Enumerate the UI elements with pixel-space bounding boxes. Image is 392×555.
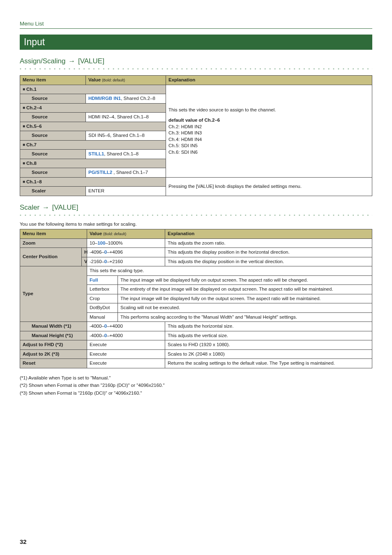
adjust-2k-expl: Scales to 2K (2048 x 1080): [165, 349, 372, 359]
type-manual-expl: This performs scaling according to the "…: [118, 312, 372, 322]
ch2-4-label: Ch.2–4: [26, 105, 42, 110]
zoom-val: 10–100–1000%: [87, 238, 165, 248]
cpos-h-expl: This adjusts the display position in the…: [165, 248, 372, 257]
cpos-v-val: -2160–0–+2160: [87, 257, 165, 266]
src2-label: Source: [20, 113, 86, 122]
manual-height-expl: This adjusts the vertical size.: [165, 331, 372, 340]
src1-label: Source: [20, 94, 86, 104]
expl-l5: Ch.3: HDMI IN3: [168, 130, 369, 136]
src3-label: Source: [20, 131, 86, 141]
subsection-scaler-b: [VALUE]: [52, 204, 78, 211]
type-label: Type: [20, 266, 87, 322]
adjust-fhd-val: Execute: [87, 340, 165, 350]
adjust-fhd-expl: Scales to FHD (1920 x 1080).: [165, 340, 372, 350]
manual-height-val: -4000–0–+4000: [87, 331, 165, 340]
src1-val: HDMI/RGB IN1, Shared Ch.2–8: [86, 94, 166, 104]
src2-val: HDMI IN2–4, Shared Ch.1–8: [86, 113, 166, 122]
scaler-val: ENTER: [86, 187, 166, 196]
square-icon: ■: [23, 105, 25, 111]
ch7-label: Ch.7: [26, 142, 37, 147]
cposh-a: -4096–: [90, 250, 104, 254]
type-crop: Crop: [87, 294, 118, 303]
reset-label: Reset: [20, 359, 87, 368]
cpos-label: Center Position: [20, 248, 82, 266]
reset-val: Execute: [87, 359, 165, 368]
src4-v1: STILL1: [88, 151, 104, 156]
row-ch1: ■Ch.1: [20, 85, 166, 94]
type-crop-expl: The input image will be displayed fully …: [118, 294, 372, 303]
cpos-v: V: [82, 257, 87, 266]
src5-v2: , Shared Ch.1–7: [112, 170, 148, 175]
manual-width-val: -4000–0–+4000: [87, 322, 165, 331]
square-icon: ■: [23, 123, 25, 129]
divider-dots: • • • • • • • • • • • • • • • • • • • • …: [20, 213, 372, 217]
src4-v2: , Shared Ch.1–8: [104, 151, 138, 156]
expl-l4: Ch.2: HDMI IN2: [168, 124, 369, 130]
subsection-assign-scaling: Assign/Scaling → [VALUE]: [20, 57, 372, 65]
manual-width-label: Manual Width (*1): [20, 322, 87, 331]
arrow-icon: →: [42, 204, 50, 211]
subsection-title-b: [VALUE]: [78, 57, 104, 65]
mh-a: -4000–: [90, 333, 104, 338]
square-icon: ■: [23, 179, 25, 185]
src1-v2: , Shared Ch.2–8: [121, 96, 155, 101]
type-letterbox: Letterbox: [87, 285, 118, 294]
type-full-expl: The input image will be displayed fully …: [118, 275, 372, 285]
expl-line-1: This sets the video source to assign to …: [168, 107, 369, 113]
adjust-2k-label: Adjust to 2K (*3): [20, 349, 87, 359]
src4-label: Source: [20, 150, 86, 159]
row-ch5-6: ■Ch.5–6: [20, 122, 166, 131]
reset-expl: Returns the scaling settings to the defa…: [165, 359, 372, 368]
square-icon: ■: [23, 86, 25, 92]
col-value: Value (Bold: default): [86, 76, 166, 85]
page-number: 32: [20, 538, 27, 545]
cpos-h-val: -4096–0–+4096: [87, 248, 165, 257]
col-explanation: Explanation: [165, 229, 372, 239]
src5-v1: PG/STILL2: [88, 170, 112, 175]
cpos-v-expl: This adjusts the display position in the…: [165, 257, 372, 266]
src5-val: PG/STILL2 , Shared Ch.1–7: [86, 168, 166, 178]
footnote-1: (*1) Available when Type is set to "Manu…: [20, 374, 372, 382]
zoom-va: 10–: [90, 240, 97, 245]
scaler-table: Menu item Value (Bold: default) Explanat…: [20, 229, 372, 368]
square-icon: ■: [23, 160, 25, 166]
footnote-2: (*2) Shown when Format is other than "21…: [20, 382, 372, 389]
expl-l7: Ch.5: SDI IN5: [168, 143, 369, 149]
ch1-label: Ch.1: [26, 87, 37, 92]
subsection-scaler: Scaler → [VALUE]: [20, 204, 372, 212]
row-ch8: ■Ch.8: [20, 159, 166, 168]
assign-table: Menu item Value (Bold: default) Explanat…: [20, 75, 372, 196]
menu-list-header: Menu List: [20, 21, 372, 29]
expl-line-3: default value of Ch.2–6: [168, 118, 220, 123]
type-letterbox-expl: The entirety of the input image will be …: [118, 285, 372, 294]
section-input: Input: [20, 35, 372, 50]
expl-l6: Ch.4: HDMI IN4: [168, 136, 369, 143]
subsection-title-a: Assign/Scaling: [20, 57, 66, 65]
cpos-h: H: [82, 248, 87, 257]
scaler-intro: You use the following items to make sett…: [20, 222, 372, 227]
manual-height-label: Manual Height (*1): [20, 331, 87, 340]
type-full: Full: [87, 275, 118, 285]
row-ch1-8: ■Ch.1–8: [20, 177, 166, 187]
src4-val: STILL1, Shared Ch.1–8: [86, 150, 166, 159]
col-menu-item: Menu item: [20, 76, 86, 85]
col-explanation: Explanation: [166, 76, 372, 85]
zoom-expl: This adjusts the zoom ratio.: [165, 238, 372, 248]
col-value-text: Value: [88, 77, 101, 82]
type-manual: Manual: [87, 312, 118, 322]
arrow-icon: →: [67, 57, 76, 65]
row-ch2-4: ■Ch.2–4: [20, 103, 166, 113]
src1-v1: HDMI/RGB IN1: [88, 96, 121, 101]
scaler-label: Scaler: [20, 187, 86, 196]
cposv-c: –+2160: [107, 259, 123, 264]
expl-l8: Ch.6: SDI IN6: [168, 149, 369, 156]
cposh-c: –+4096: [107, 250, 123, 254]
footnote-3: (*3) Shown when Format is "2160p (DCI)" …: [20, 389, 372, 397]
mh-c: –+4000: [107, 333, 123, 338]
zoom-vc: –1000%: [105, 240, 122, 245]
ch1-8-label: Ch.1–8: [26, 179, 42, 184]
manual-width-expl: This adjusts the horizontal size.: [165, 322, 372, 331]
src3-val: SDI IN5–6, Shared Ch.1–8: [86, 131, 166, 141]
col-value: Value (Bold: default): [87, 229, 165, 239]
zoom-vb: 100: [97, 240, 105, 245]
